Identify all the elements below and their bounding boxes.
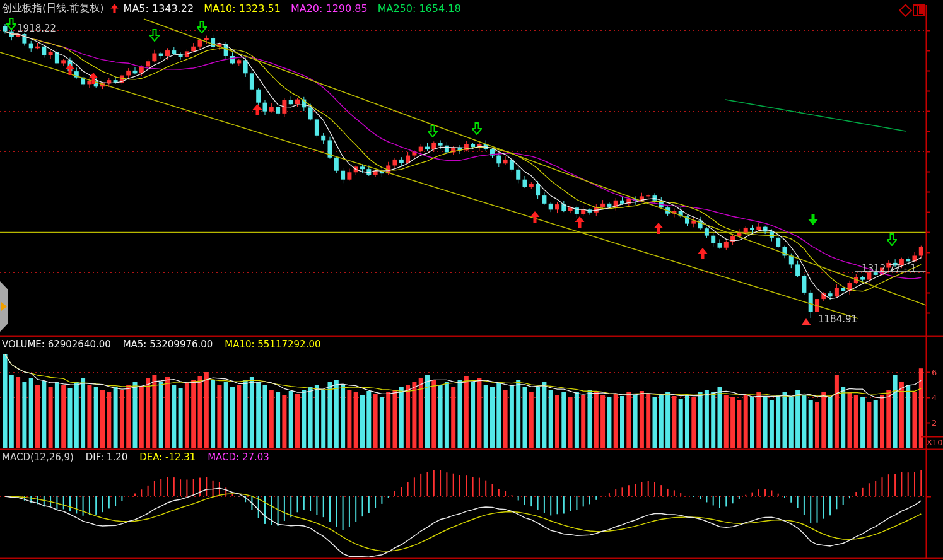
volume-ma10-value: MA10: 55117292.00: [225, 339, 320, 350]
volume-legend: VOLUME: 62902640.00 MA5: 53209976.00 MA1…: [2, 339, 330, 350]
legend-ma5: MA5: 1343.22: [124, 3, 194, 15]
sell-signal-icon: [6, 18, 16, 30]
chart-header: 创业板指(日线.前复权) MA5: 1343.22 MA10: 1323.51 …: [0, 0, 943, 16]
macd-hist-value: MACD: 27.03: [208, 452, 269, 463]
buy-signal-icon: [575, 216, 585, 228]
buy-signal-icon: [65, 63, 75, 76]
volume-value: VOLUME: 62902640.00: [2, 339, 111, 350]
sell-signal-icon: [428, 125, 438, 137]
buy-signal-icon: [530, 211, 540, 223]
volume-axis-tick-6: 6: [932, 368, 937, 377]
macd-dif-value: DIF: 1.20: [86, 452, 128, 463]
sell-signal-icon: [197, 21, 207, 33]
volume-ma5-value: MA5: 53209976.00: [123, 339, 213, 350]
low-marker-icon: [801, 318, 811, 325]
stock-chart-canvas[interactable]: [0, 0, 943, 560]
expand-arrow-icon: [1, 302, 7, 311]
sell-signal-icon: [887, 233, 897, 246]
sell-signal-solid-icon: [808, 213, 818, 226]
volume-axis-tick-2: 2: [932, 418, 937, 428]
volume-axis-multiplier: X10: [927, 438, 942, 447]
buy-signal-icon: [88, 72, 98, 85]
buy-signal-icon: [653, 222, 664, 235]
high-price-label: 1918.22: [17, 23, 56, 34]
buy-signal-icon: [252, 103, 262, 116]
split-window-divider: [917, 6, 918, 15]
macd-dea-value: DEA: -12.31: [139, 452, 196, 463]
macd-params: MACD(12,26,9): [2, 452, 74, 463]
legend-ma250: MA250: 1654.18: [378, 3, 461, 15]
sell-signal-icon: [472, 122, 482, 135]
instrument-title: 创业板指(日线.前复权): [2, 2, 104, 15]
sell-signal-icon: [149, 29, 160, 42]
split-window-icon[interactable]: [913, 4, 925, 16]
stock-chart-app: 创业板指(日线.前复权) MA5: 1343.22 MA10: 1323.51 …: [0, 0, 943, 560]
sidebar-expand-handle[interactable]: [0, 281, 8, 332]
split-window-fill: [919, 6, 923, 14]
volume-axis-tick-4: 4: [932, 393, 937, 402]
current-price-label: 1312.77 - 1: [862, 263, 917, 274]
up-arrow-icon: [110, 3, 119, 14]
buy-signal-icon: [698, 247, 708, 260]
low-price-label: 1184.91: [818, 313, 857, 325]
legend-ma20: MA20: 1290.85: [291, 3, 368, 15]
macd-legend: MACD(12,26,9) DIF: 1.20 DEA: -12.31 MACD…: [2, 452, 278, 463]
legend-ma10: MA10: 1323.51: [204, 3, 281, 15]
